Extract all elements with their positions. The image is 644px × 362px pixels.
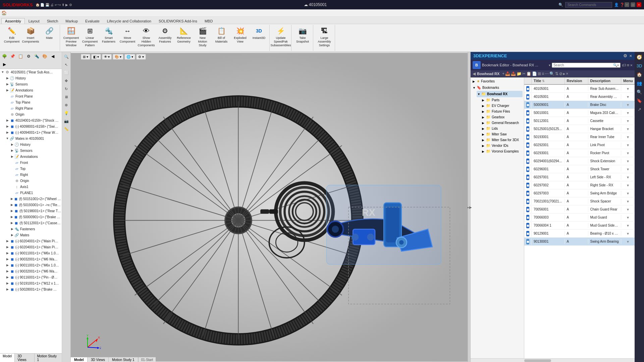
sidebar-icon-propertymanager[interactable]: 📌: [9, 53, 16, 60]
th-menu[interactable]: Menu: [621, 77, 635, 84]
tree-item-front2[interactable]: ▱ Front: [9, 160, 62, 166]
ribbon-update-speedpak[interactable]: ⚡ UpdateSpeedPakSubassemblies: [272, 25, 290, 48]
bm-parts[interactable]: ▶ 📁 Parts: [481, 97, 523, 103]
table-row-9[interactable]: ◼ 60294001(60294... A Shock Extension ▾: [524, 157, 635, 165]
row-menu-7[interactable]: ▾: [621, 142, 635, 148]
vp-view-icon[interactable]: 🖥: [63, 93, 70, 101]
row-chevron-5[interactable]: ▾: [627, 127, 629, 131]
ribbon-mate[interactable]: 🔗 Mate: [40, 25, 58, 45]
row-menu-12[interactable]: ▾: [621, 182, 635, 188]
side-home-icon[interactable]: 🏠: [636, 71, 643, 78]
panel-search-icon[interactable]: 🔍: [613, 63, 617, 67]
row-menu-8[interactable]: ▾: [621, 150, 635, 156]
table-row-4[interactable]: ◼ 50112001 A Cassette ▾: [524, 117, 635, 125]
table-row-11[interactable]: ◼ 60297001 A Left Side - RX ▾: [524, 173, 635, 181]
row-menu-13[interactable]: ▾: [621, 190, 635, 196]
vp-hide-show[interactable]: 👁 ▾: [102, 54, 112, 60]
panel-search-dropdown[interactable]: ▾: [617, 63, 619, 67]
bm-general-research[interactable]: ▶ 📁 General Research: [481, 120, 523, 126]
tree-item-annotations2[interactable]: ▶ 📝 Annotations: [9, 154, 62, 160]
vp-section-icon[interactable]: ⊕: [63, 101, 70, 109]
tree-item-axis1[interactable]: ↕ Axis1: [9, 184, 62, 190]
tab-layout[interactable]: Layout: [25, 18, 43, 24]
nav-close2-icon[interactable]: ×: [566, 71, 568, 76]
bookmark-tag-icon[interactable]: 🏷: [622, 63, 626, 68]
vp-display-style[interactable]: ◧ ▾: [91, 54, 101, 60]
bm-voronoi-examples[interactable]: ▶ 📁 Voronoi Examples: [481, 148, 523, 154]
row-menu-17[interactable]: ▾: [621, 223, 635, 229]
ribbon-assembly-features[interactable]: ⚙ AssemblyFeatures: [156, 25, 174, 45]
row-chevron-3[interactable]: ▾: [627, 111, 629, 115]
side-3dx-icon[interactable]: 3D: [636, 62, 643, 69]
table-row-18[interactable]: ◼ 90129001 A Bearing - Ø10 x Ø22 ▾: [524, 230, 635, 238]
ribbon-move-component[interactable]: ↔ MoveComponent: [118, 25, 137, 45]
bm-bowhead-rx[interactable]: ▼ 📁 Bowhead RX: [477, 91, 523, 97]
vp-lights-icon[interactable]: 💡: [63, 109, 70, 117]
qat-home[interactable]: 🏠: [1, 10, 7, 15]
side-bookmark-icon[interactable]: 🔖: [636, 97, 643, 104]
ribbon-bill-of-materials[interactable]: 📋 Bill ofMaterials: [212, 25, 230, 45]
tree-item-origin[interactable]: ⊕ Origin: [5, 111, 62, 117]
row-chevron-19[interactable]: ▾: [627, 239, 629, 244]
scrollbar-thumb[interactable]: [524, 359, 551, 362]
vp-view-settings[interactable]: ⚙ ▾: [136, 54, 146, 60]
tree-item-mates2[interactable]: ▶ 🔗 Mates: [9, 232, 62, 238]
table-row-15[interactable]: ◼ 70056001 A Chain Guard Rear ▾: [524, 205, 635, 214]
tree-item-right-plane[interactable]: ▱ Right Plane: [5, 105, 62, 111]
table-row-17[interactable]: ◼ 70066004 1 A Mud Guard Side Spacer ▾: [524, 222, 635, 230]
table-row-2[interactable]: ◼ 50009001 A Brake Disc ▾: [524, 101, 635, 109]
bookmark-editor-dropdown[interactable]: ▾: [549, 63, 550, 67]
bm-fixture-files[interactable]: ▶ 📁 Fixture Files: [481, 109, 523, 114]
tab-addins[interactable]: SOLIDWORKS Add-Ins: [155, 18, 201, 24]
bm-vendor-ids[interactable]: ▶ 📁 Vendor IDs: [481, 143, 523, 148]
nav-list-icon[interactable]: ≡: [542, 71, 544, 76]
tree-item-sensors2[interactable]: ▶ 📡 Sensors: [9, 147, 62, 154]
tree-item-right2[interactable]: ▱ Right: [9, 172, 62, 178]
bookmark-close-icon[interactable]: ×: [630, 63, 633, 68]
tree-item-wheelrim[interactable]: ▶ ◼ (f) 50151001<2> ("Wheel Rim...: [9, 196, 62, 202]
tab-markup[interactable]: Markup: [62, 18, 82, 24]
panel-settings-icon[interactable]: ⚙: [623, 53, 627, 58]
row-chevron-0[interactable]: ▾: [627, 86, 629, 91]
tree-item-front-plane[interactable]: ▱ Front Plane: [5, 93, 62, 99]
row-menu-2[interactable]: ▾: [621, 102, 635, 108]
ribbon-edit-component[interactable]: ✏️ EditComponent: [3, 25, 21, 45]
vp-tab-model[interactable]: Model: [71, 357, 88, 362]
row-menu-5[interactable]: ▾: [621, 126, 635, 132]
tree-item-mates[interactable]: ▼ 🔗 Mates in 40105001: [5, 135, 62, 141]
row-menu-14[interactable]: ▾: [621, 198, 635, 204]
tab-lifecycle[interactable]: Lifecycle and Collaboration: [103, 18, 155, 24]
sidebar-icon-forward[interactable]: ▶: [1, 61, 8, 68]
nav-search2-icon[interactable]: 🔍: [549, 71, 554, 76]
tab-mbd[interactable]: MBD: [201, 18, 216, 24]
bm-miter-saw-3dx[interactable]: ▶ 📁 Miter Saw for 3DX: [481, 137, 523, 143]
table-row-16[interactable]: ◼ 70066003 A Mud Guard ▾: [524, 214, 635, 222]
table-row-6[interactable]: ◼ 50193001 A Rear Inner Tube ▾: [524, 133, 635, 141]
row-chevron-12[interactable]: ▾: [627, 183, 629, 188]
nav-copy-icon[interactable]: 📋: [526, 71, 531, 76]
bookmark-menu-icon[interactable]: ≡: [627, 63, 630, 68]
vp-scenes[interactable]: 🌐 ▾: [124, 54, 135, 60]
ribbon-take-snapshot[interactable]: 📷 TakeSnapshot: [293, 25, 312, 45]
tree-item-main-pivot1[interactable]: ▶ ◼ (-) 60204001<2> ("Main Pivot Ax...: [5, 238, 62, 244]
tree-item-brake-disc[interactable]: ▶ ◼ (f) 50000901<1> ("Brake Disc...: [9, 214, 62, 220]
tab-evaluate[interactable]: Evaluate: [82, 18, 103, 24]
row-chevron-11[interactable]: ▾: [627, 175, 629, 180]
table-row-10[interactable]: ◼ 60296001 A Shock Tower ▾: [524, 165, 635, 173]
side-search3-icon[interactable]: 🔍: [636, 88, 643, 96]
vp-measure-icon[interactable]: 📏: [63, 125, 70, 133]
nav-sort-icon[interactable]: ⇅: [555, 71, 558, 76]
row-menu-18[interactable]: ▾: [621, 231, 635, 237]
table-row-1[interactable]: ◼ 40105001 A Rear Assembly Drawing ▾: [524, 93, 635, 101]
table-row-14[interactable]: ◼ 70021001(70021... A Shock Spacer ▾: [524, 197, 635, 205]
nav-export-icon[interactable]: 📤: [511, 71, 516, 76]
ribbon-large-assembly-settings[interactable]: 🏗 LargeAssemblySettings: [315, 25, 333, 48]
maximize-button[interactable]: □: [631, 2, 635, 7]
tree-item-m6washer[interactable]: ▶ ◼ (-) 90032001<1> ("M6 Washer"): [5, 256, 62, 262]
side-share-icon[interactable]: ↗: [636, 106, 643, 113]
vp-pan-icon[interactable]: ✥: [63, 77, 70, 84]
search-commands-input[interactable]: [565, 2, 612, 8]
close-button[interactable]: ×: [637, 2, 641, 7]
tree-item-tire[interactable]: ▶ ◼ (f) 50198001<1> ("Rear Tire"): [9, 208, 62, 214]
row-menu-0[interactable]: ▾: [621, 86, 635, 92]
